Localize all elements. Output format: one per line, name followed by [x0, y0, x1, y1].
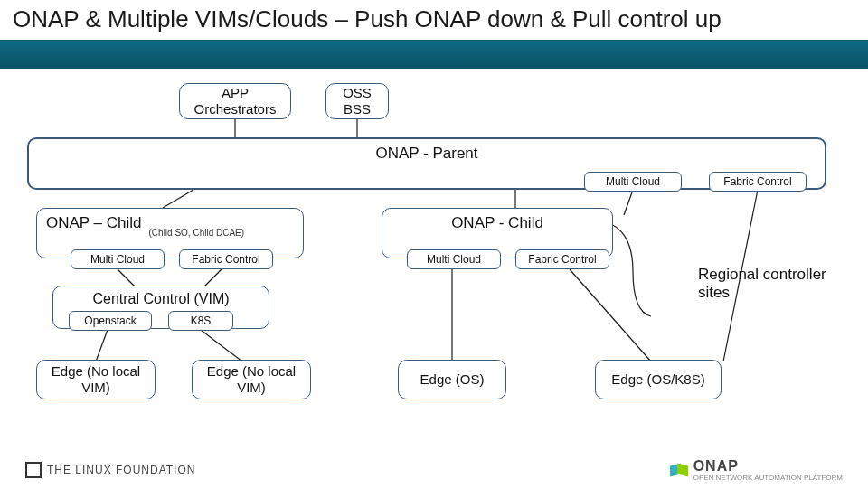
edge-2-box: Edge (No local VIM): [192, 360, 311, 399]
onap-cube-icon: [670, 462, 688, 478]
edge-3-label: Edge (OS): [420, 371, 485, 388]
edge-1-label: Edge (No local VIM): [52, 363, 140, 396]
lf-text: THE LINUX FOUNDATION: [47, 464, 195, 476]
onap-parent-label: ONAP - Parent: [375, 145, 477, 163]
onap-parent-box: ONAP - Parent: [27, 137, 826, 190]
slide-title: ONAP & Multiple VIMs/Clouds – Push ONAP …: [13, 5, 722, 33]
onap-tagline: OPEN NETWORK AUTOMATION PLATFORM: [693, 474, 843, 482]
child-left-multicloud-label: Multi Cloud: [90, 253, 145, 266]
linux-foundation-logo: THE LINUX FOUNDATION: [25, 462, 195, 478]
child-right-multicloud-box: Multi Cloud: [407, 249, 501, 269]
svg-line-6: [118, 269, 136, 287]
child-left-fabriccontrol-box: Fabric Control: [179, 249, 273, 269]
edge-1-box: Edge (No local VIM): [36, 360, 156, 399]
parent-multicloud-box: Multi Cloud: [584, 172, 682, 192]
regional-note: Regional controller sites: [698, 266, 852, 302]
svg-line-4: [624, 190, 633, 215]
onap-logo: ONAP OPEN NETWORK AUTOMATION PLATFORM: [670, 458, 843, 482]
child-right-multicloud-label: Multi Cloud: [427, 253, 481, 266]
app-orchestrators-label: APP Orchestrators: [194, 85, 277, 117]
footer: THE LINUX FOUNDATION ONAP OPEN NETWORK A…: [0, 452, 868, 488]
child-left-multicloud-box: Multi Cloud: [71, 249, 165, 269]
edge-3-box: Edge (OS): [398, 360, 506, 399]
svg-line-9: [197, 327, 242, 361]
onap-child-left-sub: (Child SO, Child DCAE): [149, 228, 245, 239]
parent-fabriccontrol-label: Fabric Control: [723, 175, 791, 188]
central-control-label: Central Control (VIM): [92, 290, 229, 307]
onap-text: ONAP: [693, 458, 739, 474]
child-right-fabriccontrol-label: Fabric Control: [528, 253, 596, 266]
oss-bss-label: OSS BSS: [343, 85, 372, 117]
svg-line-11: [570, 269, 651, 361]
child-right-fabriccontrol-box: Fabric Control: [515, 249, 609, 269]
central-openstack-label: Openstack: [84, 314, 136, 327]
onap-child-left-label: ONAP – Child: [46, 214, 142, 232]
app-orchestrators-box: APP Orchestrators: [179, 83, 291, 119]
edge-4-label: Edge (OS/K8S): [611, 371, 704, 388]
central-openstack-box: Openstack: [69, 311, 152, 331]
parent-fabriccontrol-box: Fabric Control: [709, 172, 807, 192]
title-band: [0, 40, 868, 69]
parent-multicloud-label: Multi Cloud: [606, 175, 660, 188]
central-k8s-label: K8S: [191, 314, 212, 327]
svg-line-2: [163, 190, 193, 208]
child-left-fabriccontrol-label: Fabric Control: [192, 253, 259, 266]
svg-line-8: [96, 327, 108, 361]
edge-2-label: Edge (No local VIM): [207, 363, 296, 396]
lf-square-icon: [25, 462, 42, 478]
central-k8s-box: K8S: [168, 311, 233, 331]
svg-line-7: [203, 269, 222, 287]
oss-bss-box: OSS BSS: [326, 83, 389, 119]
onap-child-right-label: ONAP - Child: [451, 214, 543, 232]
edge-4-box: Edge (OS/K8S): [595, 360, 722, 399]
